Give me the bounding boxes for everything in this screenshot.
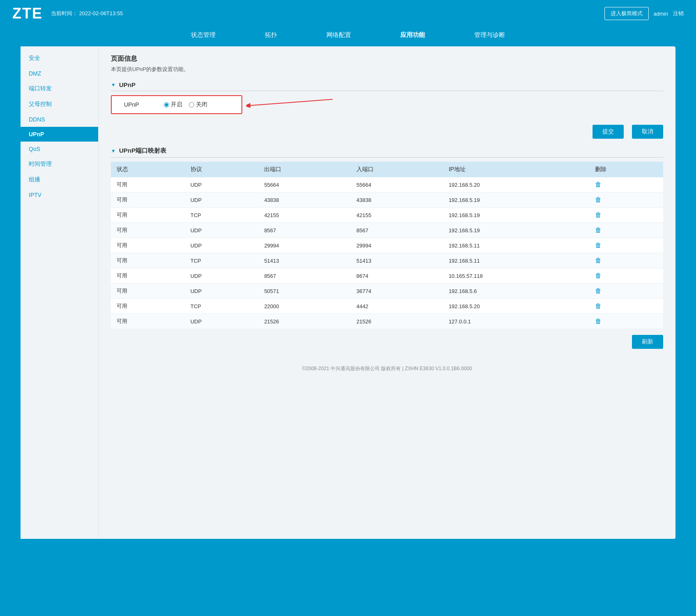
cell-status: 可用 [111,253,185,268]
cell-in-port: 51413 [351,253,443,268]
table-header-row: 状态 协议 出端口 入端口 IP地址 删除 [111,162,663,177]
sidebar-item-port-forward[interactable]: 端口转发 [21,81,98,96]
cell-delete[interactable]: 🗑 [589,314,663,329]
sidebar: 安全 DMZ 端口转发 父母控制 DDNS UPnP QoS 时间管理 组播 I… [21,46,99,539]
current-time: 当前时间： 2022-02-06T13:55 [51,10,123,17]
col-delete: 删除 [589,162,663,177]
upnp-radio-off-input[interactable] [189,102,194,108]
cell-delete[interactable]: 🗑 [589,299,663,314]
cell-in-port: 21526 [351,314,443,329]
main-container: 安全 DMZ 端口转发 父母控制 DDNS UPnP QoS 时间管理 组播 I… [21,46,675,539]
sidebar-item-multicast[interactable]: 组播 [21,172,98,188]
header-left: ZTE 当前时间： 2022-02-06T13:55 [12,5,123,22]
upnp-section: ▼ UPnP UPnP 开启 关闭 [111,81,663,139]
cell-delete[interactable]: 🗑 [589,238,663,253]
delete-icon[interactable]: 🗑 [595,257,602,264]
sidebar-item-dmz[interactable]: DMZ [21,66,98,81]
cell-delete[interactable]: 🗑 [589,208,663,223]
delete-icon[interactable]: 🗑 [595,181,602,188]
cell-out-port: 29994 [258,238,351,253]
admin-label: admin [654,11,668,17]
cell-ip: 192.168.5.19 [443,208,590,223]
cell-ip: 127.0.0.1 [443,314,590,329]
table-row: 可用 TCP 22000 4442 192.168.5.20 🗑 [111,299,663,314]
nav-bar: 状态管理 拓扑 网络配置 应用功能 管理与诊断 [0,27,696,46]
cell-in-port: 43838 [351,192,443,208]
triangle-icon: ▼ [111,82,116,88]
cell-delete[interactable]: 🗑 [589,284,663,299]
cell-protocol: UDP [185,268,259,284]
delete-icon[interactable]: 🗑 [595,242,602,249]
table-row: 可用 TCP 42155 42155 192.168.5.19 🗑 [111,208,663,223]
sidebar-item-iptv[interactable]: IPTV [21,188,98,202]
cell-out-port: 51413 [258,253,351,268]
cell-protocol: UDP [185,192,259,208]
nav-item-topology[interactable]: 拓扑 [240,27,302,43]
table-row: 可用 UDP 55664 55664 192.168.5.20 🗑 [111,177,663,192]
upnp-on-label: 开启 [171,101,182,108]
cell-out-port: 55664 [258,177,351,192]
cell-in-port: 4442 [351,299,443,314]
cell-ip: 192.168.5.6 [443,284,590,299]
cell-protocol: UDP [185,314,259,329]
red-arrow-annotation [246,91,337,116]
cell-status: 可用 [111,177,185,192]
logout-button[interactable]: 注销 [673,10,684,17]
cell-status: 可用 [111,299,185,314]
time-label: 当前时间： [51,10,78,16]
delete-icon[interactable]: 🗑 [595,211,602,218]
nav-item-network[interactable]: 网络配置 [302,27,376,43]
cancel-button[interactable]: 取消 [632,125,663,139]
cell-status: 可用 [111,208,185,223]
refresh-button[interactable]: 刷新 [632,335,663,349]
delete-icon[interactable]: 🗑 [595,287,602,294]
nav-item-status[interactable]: 状态管理 [166,27,240,43]
cell-delete[interactable]: 🗑 [589,268,663,284]
sidebar-item-security[interactable]: 安全 [21,50,98,66]
table-row: 可用 UDP 29994 29994 192.168.5.11 🗑 [111,238,663,253]
page-desc: 本页提供UPnP的参数设置功能。 [111,66,663,73]
cell-in-port: 42155 [351,208,443,223]
cell-delete[interactable]: 🗑 [589,253,663,268]
cell-ip: 192.168.5.20 [443,299,590,314]
sidebar-item-qos[interactable]: QoS [21,142,98,156]
delete-icon[interactable]: 🗑 [595,318,602,325]
delete-icon[interactable]: 🗑 [595,227,602,234]
cell-delete[interactable]: 🗑 [589,223,663,238]
cell-ip: 10.165.57.118 [443,268,590,284]
cell-protocol: UDP [185,223,259,238]
sidebar-item-time-manage[interactable]: 时间管理 [21,156,98,172]
cell-ip: 192.168.5.11 [443,253,590,268]
delete-icon[interactable]: 🗑 [595,302,602,309]
cell-in-port: 8674 [351,268,443,284]
delete-icon[interactable]: 🗑 [595,196,602,203]
cell-protocol: TCP [185,253,259,268]
footer-text: ©2008-2021 中兴通讯股份有限公司 版权所有 | ZXHN E3630 … [302,366,472,371]
sidebar-item-upnp[interactable]: UPnP [21,127,98,142]
upnp-radio-off[interactable]: 关闭 [189,101,207,108]
simple-mode-button[interactable]: 进入极简模式 [604,7,649,20]
sidebar-item-ddns[interactable]: DDNS [21,112,98,127]
cell-out-port: 8567 [258,268,351,284]
cell-delete[interactable]: 🗑 [589,192,663,208]
upnp-field-label: UPnP [124,101,139,108]
cell-ip: 192.168.5.11 [443,238,590,253]
nav-item-manage[interactable]: 管理与诊断 [450,27,530,43]
upnp-radio-on[interactable]: 开启 [164,101,182,108]
nav-item-app[interactable]: 应用功能 [376,27,450,43]
cell-out-port: 42155 [258,208,351,223]
sidebar-item-parent-control[interactable]: 父母控制 [21,96,98,112]
submit-button[interactable]: 提交 [593,125,624,139]
cell-protocol: TCP [185,299,259,314]
cell-out-port: 43838 [258,192,351,208]
port-table-section: ▼ UPnP端口映射表 状态 协议 出端口 入端口 IP地址 删除 可用 UDP [111,147,663,349]
cell-delete[interactable]: 🗑 [589,177,663,192]
cell-out-port: 21526 [258,314,351,329]
col-in-port: 入端口 [351,162,443,177]
header: ZTE 当前时间： 2022-02-06T13:55 进入极简模式 admin … [0,0,696,27]
col-status: 状态 [111,162,185,177]
upnp-radio-on-input[interactable] [164,102,169,108]
cell-status: 可用 [111,284,185,299]
delete-icon[interactable]: 🗑 [595,272,602,279]
cell-status: 可用 [111,223,185,238]
